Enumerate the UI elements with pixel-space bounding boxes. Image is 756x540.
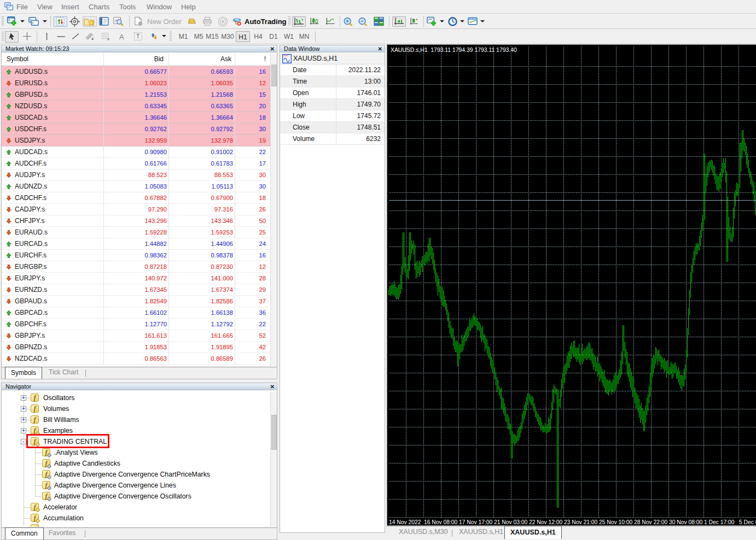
svg-text:F: F [107, 38, 109, 41]
svg-text:T: T [136, 33, 140, 39]
svg-text:E: E [91, 37, 94, 40]
